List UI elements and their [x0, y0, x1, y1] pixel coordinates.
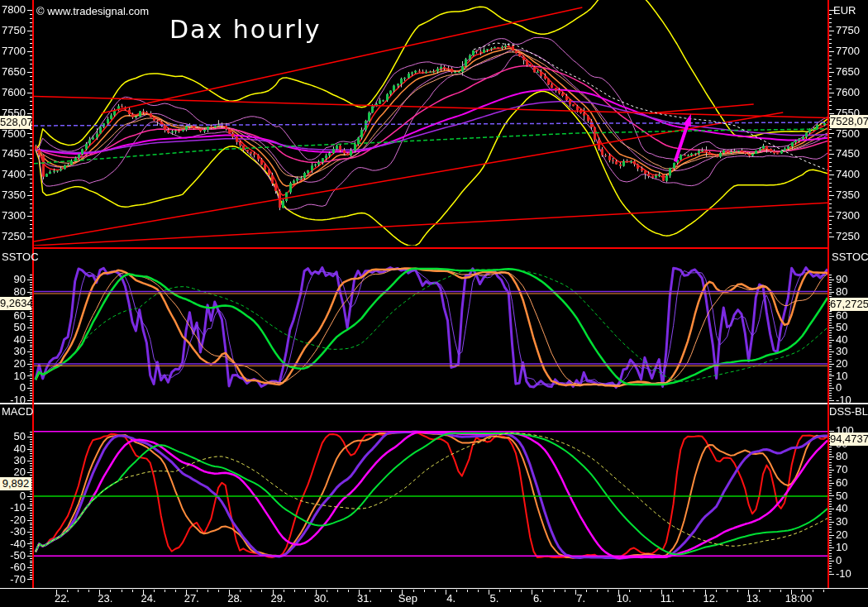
sstoc-value-tag-left: 9,2634	[0, 297, 31, 310]
last-price-tag-right: 7528,07	[830, 115, 868, 128]
sstoc-value-tag-right: 67,2725	[830, 298, 868, 311]
last-price-tag-left: 528,07	[0, 116, 31, 129]
sstoc-panel-label-right: SSTOC	[832, 251, 868, 263]
chart-title: Dax hourly	[169, 15, 322, 44]
currency-axis-label: EUR	[833, 4, 856, 17]
macd-value-tag-left: 9,892	[0, 477, 31, 490]
dss-value-tag-right: 94,4737	[830, 433, 868, 446]
copyright-text: © www.tradesignal.com	[36, 5, 149, 17]
macd-panel-label-left: MACD	[2, 405, 33, 418]
dss-bla-panel-label-right: DSS-BLA	[829, 405, 868, 418]
trading-chart-window: © www.tradesignal.com Dax hourly EUR SST…	[0, 0, 868, 607]
sstoc-panel-label-left: SSTOC	[2, 251, 39, 263]
chart-canvas[interactable]	[0, 0, 868, 607]
